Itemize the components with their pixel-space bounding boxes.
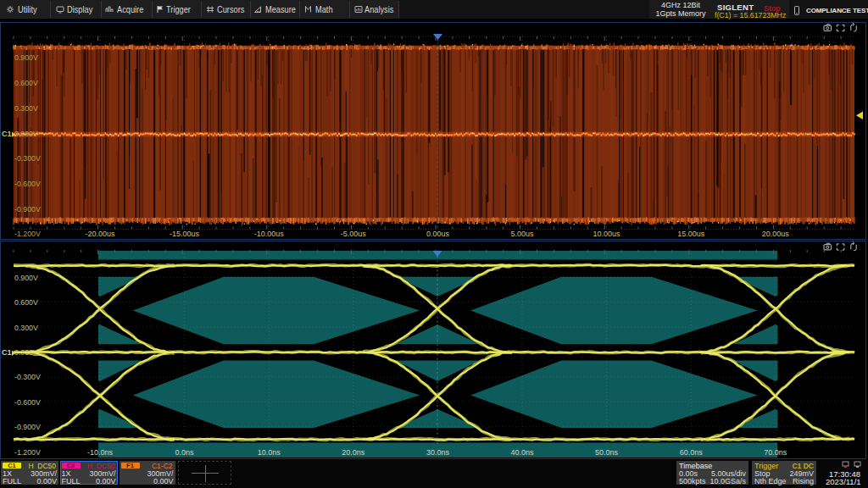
svg-text:20.0ns: 20.0ns [342, 448, 365, 457]
svg-text:5.00us: 5.00us [510, 230, 534, 238]
svg-text:10.0ns: 10.0ns [258, 448, 281, 457]
svg-text:15.00us: 15.00us [677, 230, 705, 238]
svg-text:10.00us: 10.00us [593, 230, 621, 238]
svg-text:-0.600V: -0.600V [14, 398, 41, 407]
svg-text:0.0ns: 0.0ns [175, 448, 195, 457]
svg-text:-5.00us: -5.00us [341, 230, 367, 238]
svg-text:-0.600V: -0.600V [14, 180, 41, 188]
svg-text:0.600V: 0.600V [14, 298, 38, 307]
svg-text:-15.00us: -15.00us [170, 230, 200, 238]
svg-text:-1.200V: -1.200V [14, 448, 41, 457]
svg-text:50.0ns: 50.0ns [595, 448, 619, 457]
svg-text:0.900V: 0.900V [14, 53, 38, 62]
svg-text:-0.900V: -0.900V [14, 205, 41, 214]
svg-text:C1: C1 [2, 348, 12, 357]
svg-text:-1.200V: -1.200V [14, 230, 41, 238]
svg-text:-0.300V: -0.300V [14, 373, 41, 381]
svg-text:70.0ns: 70.0ns [764, 448, 787, 457]
svg-text:20.00us: 20.00us [762, 230, 790, 238]
svg-text:40.0ns: 40.0ns [510, 448, 534, 457]
svg-text:-20.00us: -20.00us [85, 230, 115, 238]
svg-text:-0.300V: -0.300V [14, 154, 41, 163]
svg-text:C1: C1 [2, 130, 12, 138]
svg-text:0.300V: 0.300V [14, 324, 38, 332]
svg-text:0.300V: 0.300V [14, 104, 38, 113]
svg-text:0.00us: 0.00us [426, 230, 450, 238]
svg-text:-10.00us: -10.00us [254, 230, 285, 238]
svg-text:30.0ns: 30.0ns [426, 448, 450, 457]
svg-text:-0.900V: -0.900V [14, 423, 41, 431]
svg-text:0.000V: 0.000V [14, 130, 38, 138]
svg-text:-10.0ns: -10.0ns [87, 448, 114, 457]
svg-text:0.600V: 0.600V [14, 79, 38, 87]
svg-text:60.0ns: 60.0ns [680, 448, 704, 457]
svg-text:0.900V: 0.900V [14, 274, 38, 282]
